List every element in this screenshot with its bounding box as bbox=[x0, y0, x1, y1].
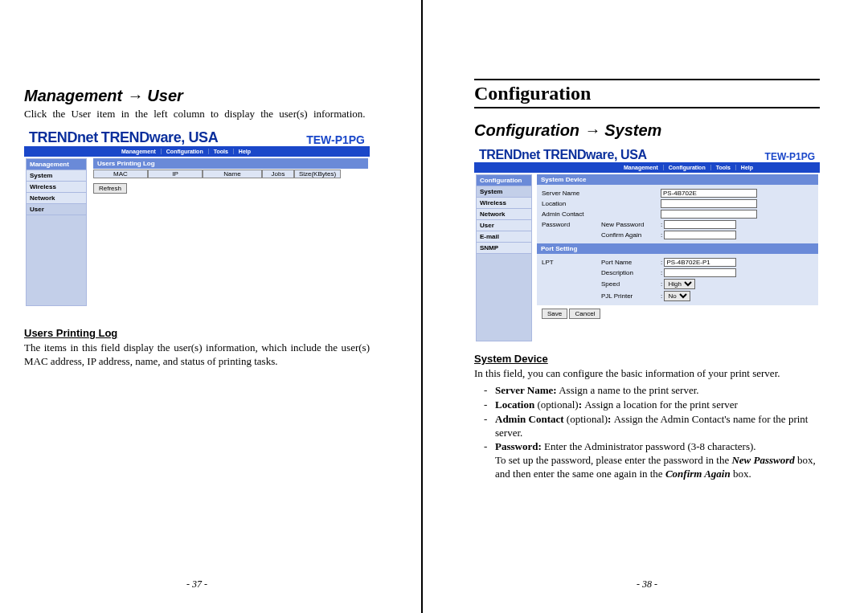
input-admin-contact[interactable] bbox=[661, 210, 757, 219]
sidebar: Configuration System Wireless Network Us… bbox=[476, 174, 532, 341]
sidebar-item-system[interactable]: System bbox=[476, 186, 532, 198]
sidebar-pad bbox=[26, 215, 87, 306]
label-speed: Speed bbox=[601, 280, 661, 288]
input-location[interactable] bbox=[661, 199, 757, 208]
form-head-system-device: System Device bbox=[537, 174, 818, 185]
nav-management[interactable]: Management bbox=[619, 165, 664, 170]
col-jobs: Jobs bbox=[262, 170, 294, 178]
nav-help[interactable]: Help bbox=[234, 149, 256, 154]
label-lpt: LPT bbox=[537, 259, 601, 266]
sidebar-head: Configuration bbox=[476, 174, 532, 186]
label-password: Password bbox=[537, 221, 601, 228]
shot-body: Management System Wireless Network User … bbox=[24, 157, 370, 308]
desc-text: In this field, you can configure the bas… bbox=[474, 367, 820, 381]
col-size: Size(KBytes) bbox=[294, 170, 341, 178]
sidebar-item-email[interactable]: E-mail bbox=[476, 231, 532, 243]
shot-body: Configuration System Wireless Network Us… bbox=[474, 173, 820, 343]
save-button[interactable]: Save bbox=[542, 309, 567, 319]
section-title: Management → User bbox=[24, 87, 370, 105]
intro-text: Click the User item in the left column t… bbox=[24, 108, 370, 121]
select-pjl-printer[interactable]: No bbox=[664, 291, 690, 301]
input-server-name[interactable] bbox=[661, 189, 757, 198]
sidebar-item-snmp[interactable]: SNMP bbox=[476, 243, 532, 254]
sidebar-item-user[interactable]: User bbox=[476, 220, 532, 231]
nav-configuration[interactable]: Configuration bbox=[664, 165, 711, 170]
label-port-name: Port Name bbox=[601, 259, 661, 266]
top-nav: Management Configuration Tools Help bbox=[474, 162, 820, 173]
bullet-list: Server Name: Assign a name to the print … bbox=[474, 384, 820, 481]
bullet-password: Password: Enter the Administrator passwo… bbox=[474, 440, 820, 481]
label-confirm-again: Confirm Again bbox=[601, 231, 661, 239]
form-area: System Device Server Name Location Admin… bbox=[537, 174, 818, 322]
desc-text: The items in this field display the user… bbox=[24, 341, 370, 369]
sidebar-item-network[interactable]: Network bbox=[476, 209, 532, 220]
label-server-name: Server Name bbox=[537, 190, 601, 197]
sidebar-pad bbox=[476, 254, 532, 341]
shot-header: TRENDnet TRENDware, USA TEW-P1PG bbox=[474, 146, 820, 162]
top-nav: Management Configuration Tools Help bbox=[24, 146, 370, 157]
sidebar-item-wireless[interactable]: Wireless bbox=[26, 182, 87, 193]
input-port-name[interactable] bbox=[664, 258, 736, 267]
model-label: TEW-P1PG bbox=[306, 133, 365, 146]
page-number: - 37 - bbox=[0, 578, 394, 591]
sidebar-item-network[interactable]: Network bbox=[26, 193, 87, 204]
sidebar: Management System Wireless Network User bbox=[26, 158, 87, 306]
col-ip: IP bbox=[148, 170, 203, 178]
nav-help[interactable]: Help bbox=[736, 165, 758, 170]
brand-logo: TRENDnet TRENDware, USA bbox=[29, 129, 218, 146]
input-confirm-again[interactable] bbox=[664, 231, 736, 239]
nav-tools[interactable]: Tools bbox=[209, 149, 234, 154]
refresh-button[interactable]: Refresh bbox=[93, 183, 127, 194]
nav-management[interactable]: Management bbox=[117, 149, 162, 154]
select-speed[interactable]: High bbox=[664, 279, 695, 289]
page-38: Configuration Configuration → System TRE… bbox=[450, 0, 844, 613]
screenshot-configuration-system: TRENDnet TRENDware, USA TEW-P1PG Managem… bbox=[474, 146, 820, 343]
label-pjl-printer: PJL Printer bbox=[601, 292, 661, 300]
bullet-admin-contact: Admin Contact (optional): Assign the Adm… bbox=[474, 413, 820, 440]
model-label: TEW-P1PG bbox=[765, 151, 815, 162]
subhead-users-printing-log: Users Printing Log bbox=[24, 327, 370, 339]
log-table: Users Printing Log MAC IP Name Jobs Size… bbox=[93, 158, 368, 194]
page-title: Configuration bbox=[474, 79, 820, 108]
bullet-server-name: Server Name: Assign a name to the print … bbox=[474, 384, 820, 398]
button-row: Save Cancel bbox=[537, 305, 818, 322]
label-description: Description bbox=[601, 269, 661, 276]
col-name: Name bbox=[203, 170, 262, 178]
bullet-location: Location (optional): Assign a location f… bbox=[474, 398, 820, 412]
label-location: Location bbox=[537, 200, 601, 207]
sidebar-head: Management bbox=[26, 158, 87, 170]
col-mac: MAC bbox=[93, 170, 148, 178]
label-admin-contact: Admin Contact bbox=[537, 210, 601, 218]
form-head-port-setting: Port Setting bbox=[537, 243, 818, 254]
cancel-button[interactable]: Cancel bbox=[569, 309, 600, 319]
screenshot-management-user: TRENDnet TRENDware, USA TEW-P1PG Managem… bbox=[24, 128, 370, 313]
page-number: - 38 - bbox=[450, 578, 844, 591]
sidebar-item-wireless[interactable]: Wireless bbox=[476, 198, 532, 209]
input-new-password[interactable] bbox=[664, 220, 736, 229]
page-divider bbox=[421, 0, 423, 613]
brand-logo: TRENDnet TRENDware, USA bbox=[479, 148, 647, 162]
page-37: Management → User Click the User item in… bbox=[0, 0, 394, 613]
sidebar-item-user[interactable]: User bbox=[26, 204, 87, 215]
port-setting-section: LPT Port Name : Description : Speed : Hi… bbox=[537, 254, 818, 305]
input-description[interactable] bbox=[664, 268, 736, 277]
nav-configuration[interactable]: Configuration bbox=[162, 149, 209, 154]
label-new-password: New Password bbox=[601, 221, 661, 228]
system-device-section: Server Name Location Admin Contact bbox=[537, 185, 818, 243]
log-head: Users Printing Log bbox=[93, 158, 368, 169]
sidebar-item-system[interactable]: System bbox=[26, 170, 87, 182]
section-title: Configuration → System bbox=[474, 121, 820, 140]
nav-tools[interactable]: Tools bbox=[711, 165, 736, 170]
shot-header: TRENDnet TRENDware, USA TEW-P1PG bbox=[24, 128, 370, 146]
log-header-row: MAC IP Name Jobs Size(KBytes) bbox=[93, 169, 368, 179]
subhead-system-device: System Device bbox=[474, 353, 820, 365]
